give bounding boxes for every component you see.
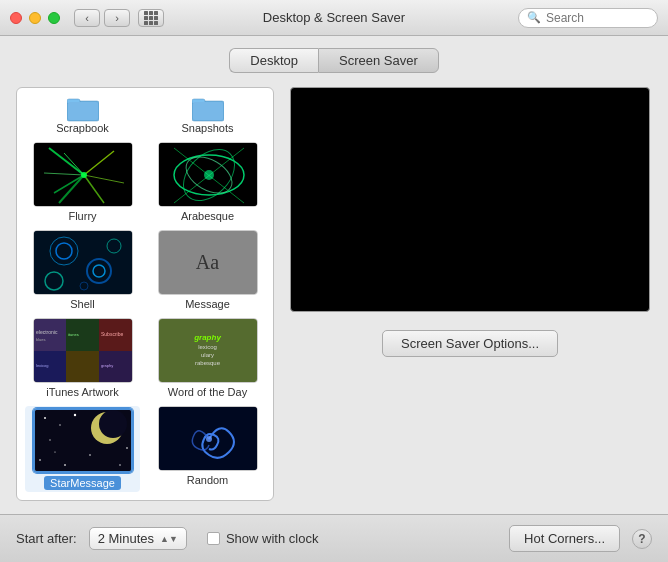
- svg-text:lexicog: lexicog: [36, 363, 48, 368]
- svg-point-47: [59, 424, 61, 426]
- svg-point-15: [81, 172, 87, 178]
- show-clock-label: Show with clock: [226, 531, 318, 546]
- svg-point-57: [206, 436, 212, 442]
- folder-label-scrapbook: Scrapbook: [56, 122, 109, 134]
- search-input[interactable]: [546, 11, 649, 25]
- panels: Scrapbook Snapshots: [16, 87, 652, 501]
- ss-item-wotd[interactable]: graphy lexicogularyrabesque Word of the …: [150, 318, 265, 398]
- ss-thumb-shell: [33, 230, 133, 295]
- screen-saver-list: Flurry: [17, 134, 273, 500]
- ss-thumb-starmessage: [33, 408, 133, 473]
- folder-item-scrapbook[interactable]: Scrapbook: [25, 96, 140, 134]
- tab-row: Desktop Screen Saver: [16, 48, 652, 73]
- maximize-button[interactable]: [48, 12, 60, 24]
- ss-label-flurry: Flurry: [68, 210, 96, 222]
- ss-thumb-arabesque: [158, 142, 258, 207]
- time-select[interactable]: 2 Minutes ▲▼: [89, 527, 187, 550]
- ss-item-shell[interactable]: Shell: [25, 230, 140, 310]
- svg-point-51: [89, 454, 91, 456]
- folder-icon: [192, 96, 224, 122]
- search-bar[interactable]: 🔍: [518, 8, 658, 28]
- start-after-label: Start after:: [16, 531, 77, 546]
- search-icon: 🔍: [527, 11, 541, 24]
- folder-item-snapshots[interactable]: Snapshots: [150, 96, 265, 134]
- hot-corners-button[interactable]: Hot Corners...: [509, 525, 620, 552]
- svg-point-54: [126, 447, 128, 449]
- tab-screen-saver[interactable]: Screen Saver: [318, 48, 439, 73]
- svg-point-46: [44, 417, 46, 419]
- svg-rect-40: [66, 355, 98, 377]
- ss-label-shell: Shell: [70, 298, 94, 310]
- bottom-bar: Start after: 2 Minutes ▲▼ Show with cloc…: [0, 514, 668, 562]
- nav-buttons: ‹ ›: [74, 9, 130, 27]
- ss-item-itunes[interactable]: electronic blues itunes: [25, 318, 140, 398]
- ss-label-arabesque: Arabesque: [181, 210, 234, 222]
- show-clock-area: Show with clock: [207, 531, 318, 546]
- ss-thumb-message: Aa: [158, 230, 258, 295]
- ss-label-message: Message: [185, 298, 230, 310]
- ss-item-message[interactable]: Aa Message: [150, 230, 265, 310]
- ss-thumb-flurry: [33, 142, 133, 207]
- svg-point-45: [99, 410, 127, 438]
- main-content: Desktop Screen Saver Scrapbook: [0, 36, 668, 513]
- ss-item-random[interactable]: Random: [150, 406, 265, 492]
- svg-point-48: [73, 414, 75, 416]
- svg-rect-23: [34, 231, 132, 294]
- window-title: Desktop & Screen Saver: [263, 10, 405, 25]
- minimize-button[interactable]: [29, 12, 41, 24]
- grid-icon: [144, 11, 158, 25]
- close-button[interactable]: [10, 12, 22, 24]
- ss-label-starmessage: StarMessage: [44, 476, 121, 490]
- left-panel: Scrapbook Snapshots: [16, 87, 274, 501]
- ss-item-flurry[interactable]: Flurry: [25, 142, 140, 222]
- tab-desktop[interactable]: Desktop: [229, 48, 318, 73]
- preview-box: [290, 87, 650, 312]
- svg-text:itunes: itunes: [68, 332, 79, 337]
- svg-rect-5: [193, 102, 223, 120]
- svg-point-53: [119, 464, 121, 466]
- svg-rect-2: [68, 102, 98, 120]
- ss-label-wotd: Word of the Day: [168, 386, 247, 398]
- svg-text:electronic: electronic: [36, 329, 58, 335]
- back-button[interactable]: ‹: [74, 9, 100, 27]
- grid-view-button[interactable]: [138, 9, 164, 27]
- traffic-lights: [10, 12, 60, 24]
- svg-point-52: [64, 464, 66, 466]
- screen-saver-options-button[interactable]: Screen Saver Options...: [382, 330, 558, 357]
- ss-thumb-itunes: electronic blues itunes: [33, 318, 133, 383]
- svg-point-49: [49, 439, 50, 440]
- ss-thumb-random: [158, 406, 258, 471]
- help-button[interactable]: ?: [632, 529, 652, 549]
- svg-point-50: [39, 459, 41, 461]
- ss-item-starmessage[interactable]: StarMessage: [25, 406, 140, 492]
- time-value: 2 Minutes: [98, 531, 154, 546]
- svg-point-22: [204, 170, 214, 180]
- chevron-icon: ▲▼: [160, 534, 178, 544]
- folder-label-snapshots: Snapshots: [182, 122, 234, 134]
- forward-button[interactable]: ›: [104, 9, 130, 27]
- ss-thumb-wotd: graphy lexicogularyrabesque: [158, 318, 258, 383]
- folder-row: Scrapbook Snapshots: [17, 88, 273, 134]
- ss-label-itunes: iTunes Artwork: [46, 386, 118, 398]
- ss-label-random: Random: [187, 474, 229, 486]
- svg-point-55: [54, 451, 55, 452]
- svg-text:blues: blues: [36, 337, 46, 342]
- right-panel: Screen Saver Options...: [288, 87, 652, 501]
- ss-item-arabesque[interactable]: Arabesque: [150, 142, 265, 222]
- show-clock-checkbox[interactable]: [207, 532, 220, 545]
- svg-text:graphy: graphy: [101, 363, 113, 368]
- message-thumb-text: Aa: [159, 231, 257, 294]
- svg-rect-31: [34, 324, 66, 346]
- svg-text:Subscribe: Subscribe: [101, 331, 123, 337]
- title-bar: ‹ › Desktop & Screen Saver 🔍: [0, 0, 668, 36]
- folder-icon: [67, 96, 99, 122]
